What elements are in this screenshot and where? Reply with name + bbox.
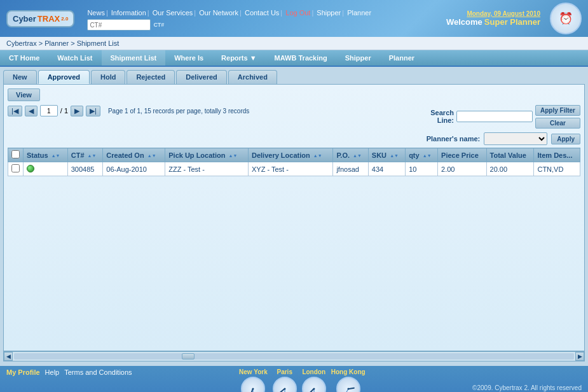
- clock-london-face: [302, 377, 326, 392]
- filter-buttons: Apply Filter Clear: [535, 105, 580, 130]
- planner-name-label: Planner's name:: [427, 135, 481, 143]
- row-checkbox-cell: [8, 162, 24, 176]
- top-navigation: News| Information| Our Services| Our Net…: [87, 6, 434, 17]
- nav-watch-list[interactable]: Watch List: [48, 50, 101, 66]
- nav-news[interactable]: News: [87, 9, 105, 17]
- breadcrumb: Cybertrax > Planner > Shipment List: [0, 37, 588, 50]
- col-pickup: Pick Up Location ▲▼: [165, 148, 249, 162]
- table-body: 300485 06-Aug-2010 ZZZ - Test - XYZ - Te…: [8, 162, 580, 176]
- tab-hold[interactable]: Hold: [91, 70, 125, 84]
- row-total-value: 20.00: [486, 162, 534, 176]
- clock-london-center: [313, 388, 315, 390]
- tab-approved[interactable]: Approved: [38, 70, 90, 84]
- clock-london-label: London: [302, 368, 326, 375]
- row-ct-num: 300485: [67, 162, 103, 176]
- top-search-area: CT#: [87, 19, 434, 31]
- secondary-navigation: CT Home Watch List Shipment List Where I…: [0, 50, 588, 67]
- page-number-input[interactable]: [40, 105, 58, 116]
- nav-where-is[interactable]: Where Is: [165, 50, 212, 66]
- header: CyberTRAX2.0 News| Information| Our Serv…: [0, 0, 588, 37]
- col-ct-num: CT# ▲▼: [67, 148, 103, 162]
- row-delivery: XYZ - Test -: [248, 162, 332, 176]
- planner-name-row: Planner's name: Apply: [8, 132, 580, 145]
- tab-delivered[interactable]: Delivered: [176, 70, 227, 84]
- tab-archived[interactable]: Archived: [228, 70, 277, 84]
- logo-trax: TRAX: [38, 14, 60, 24]
- prev-page-button[interactable]: ◀: [25, 106, 38, 116]
- col-created-on: Created On ▲▼: [103, 148, 165, 162]
- col-status: Status ▲▼: [24, 148, 68, 162]
- nav-logout[interactable]: Log Out: [285, 9, 310, 17]
- clock-paris: Paris PM: [273, 368, 297, 392]
- clock-paris-label: Paris: [273, 368, 297, 375]
- footer-help[interactable]: Help: [45, 368, 60, 376]
- search-line-label: SearchLine:: [430, 109, 454, 124]
- planner-name-select[interactable]: [484, 132, 547, 145]
- scroll-right-button[interactable]: ▶: [575, 352, 584, 361]
- row-sku: 434: [368, 162, 405, 176]
- page-total: / 1: [60, 107, 68, 115]
- col-qty: qty ▲▼: [406, 148, 438, 162]
- breadcrumb-cybertrax[interactable]: Cybertrax: [6, 39, 37, 47]
- nav-our-network[interactable]: Our Network: [199, 9, 238, 17]
- row-qty: 10: [406, 162, 438, 176]
- clock-hong-kong: Hong Kong AM: [331, 368, 366, 392]
- copyright-text: ©2009. Cybertrax 2. All rights reserved: [472, 384, 582, 391]
- clear-filter-button[interactable]: Clear: [535, 118, 580, 129]
- welcome-text: Welcome: [446, 17, 482, 27]
- nav-ct-home[interactable]: CT Home: [0, 50, 48, 66]
- search-line-input[interactable]: [456, 111, 533, 122]
- nav-mawb-tracking[interactable]: MAWB Tracking: [266, 50, 336, 66]
- clock-new-york-label: New York: [239, 368, 268, 375]
- view-button[interactable]: View: [8, 88, 40, 101]
- tab-new[interactable]: New: [3, 70, 37, 84]
- clock-new-york-center: [252, 388, 254, 390]
- row-status-cell: [24, 162, 68, 176]
- nav-shipper[interactable]: Shipper: [336, 50, 380, 66]
- breadcrumb-planner[interactable]: Planner: [44, 39, 69, 47]
- row-po: jfnosad: [333, 162, 368, 176]
- ct-label: CT#: [153, 22, 164, 28]
- row-piece-price: 2.00: [438, 162, 487, 176]
- logo-cyber: Cyber: [13, 14, 36, 24]
- footer-terms[interactable]: Terms and Conditions: [64, 368, 132, 376]
- nav-planner[interactable]: Planner: [380, 50, 423, 66]
- ct-search-input[interactable]: [87, 19, 151, 31]
- table-header-row: Status ▲▼ CT# ▲▼ Created On ▲▼ Pick Up L…: [8, 148, 580, 162]
- nav-information[interactable]: Information: [111, 9, 146, 17]
- nav-our-services[interactable]: Our Services: [153, 9, 193, 17]
- scroll-left-button[interactable]: ◀: [4, 352, 13, 361]
- row-pickup: ZZZ - Test -: [165, 162, 249, 176]
- content-box: View |◀ ◀ / 1 ▶ ▶| Page 1 of 1, 15 recor…: [3, 84, 585, 351]
- footer-my-profile[interactable]: My Profile: [6, 368, 40, 376]
- breadcrumb-sep1: >: [39, 39, 44, 47]
- col-delivery: Delivery Location ▲▼: [248, 148, 332, 162]
- planner-apply-button[interactable]: Apply: [551, 134, 580, 144]
- last-page-button[interactable]: ▶|: [86, 106, 100, 116]
- tab-rejected[interactable]: Rejected: [126, 70, 175, 84]
- clock-new-york: New York PM: [239, 368, 268, 392]
- clock-paris-center: [284, 388, 285, 390]
- clock-paris-face: [273, 377, 297, 392]
- horizontal-scrollbar[interactable]: ◀ ▶: [3, 351, 585, 361]
- status-indicator: [27, 165, 34, 172]
- scroll-thumb[interactable]: [182, 353, 195, 360]
- row-checkbox[interactable]: [11, 164, 20, 172]
- planner-name-display: Super Planner: [484, 17, 540, 27]
- footer-left: My Profile Help Terms and Conditions: [6, 368, 132, 376]
- footer-links: My Profile Help Terms and Conditions: [6, 368, 132, 376]
- header-controls: |◀ ◀ / 1 ▶ ▶| Page 1 of 1, 15 records pe…: [8, 105, 580, 130]
- apply-filter-button[interactable]: Apply Filter: [535, 105, 580, 116]
- nav-contact-us[interactable]: Contact Us: [245, 9, 279, 17]
- nav-planner[interactable]: Planner: [347, 9, 371, 17]
- main-content: New Approved Hold Rejected Delivered Arc…: [0, 67, 588, 365]
- next-page-button[interactable]: ▶: [71, 106, 83, 116]
- first-page-button[interactable]: |◀: [8, 106, 22, 116]
- welcome-area: Monday, 09 August 2010 Welcome Super Pla…: [446, 10, 540, 27]
- nav-shipment-list[interactable]: Shipment List: [102, 50, 166, 66]
- select-all-checkbox[interactable]: [11, 150, 20, 158]
- nav-reports[interactable]: Reports ▼: [212, 50, 266, 66]
- scroll-track[interactable]: [14, 353, 574, 360]
- col-po: P.O. ▲▼: [333, 148, 368, 162]
- nav-shipper[interactable]: Shipper: [317, 9, 341, 17]
